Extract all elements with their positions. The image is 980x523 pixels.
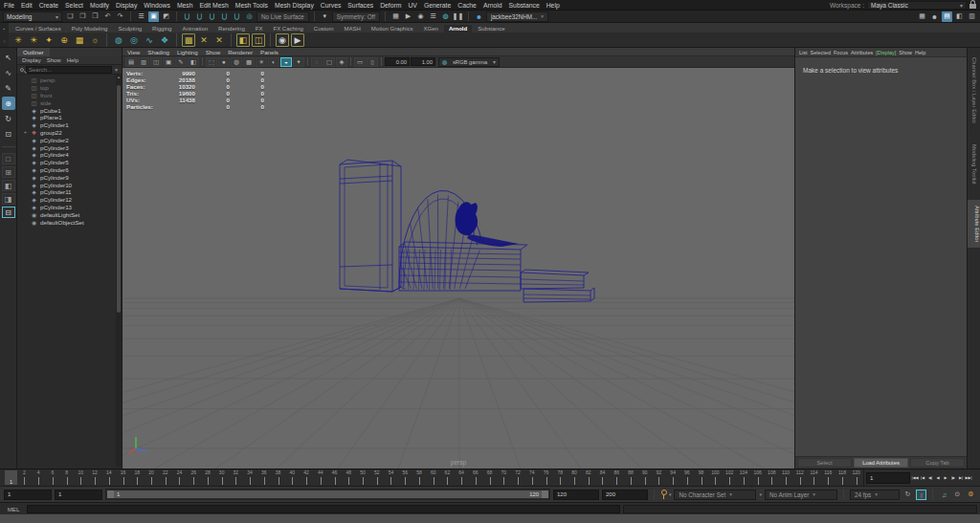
ipr-render-button[interactable]: ◉ bbox=[415, 11, 426, 22]
attribute-editor-menu-item[interactable]: Attributes bbox=[851, 50, 873, 55]
snap-to-projected-center-button[interactable]: ⋃ bbox=[219, 11, 230, 22]
humanik-toggle-icon[interactable]: ☻ bbox=[929, 11, 940, 22]
expand-icon[interactable]: + bbox=[23, 129, 28, 135]
step-back-frame-button[interactable]: ◀| bbox=[926, 472, 934, 484]
snap-to-curve-button[interactable]: ⋃ bbox=[194, 11, 205, 22]
playback-end-field[interactable]: 120 bbox=[553, 490, 599, 500]
snap-to-point-button[interactable]: ⋃ bbox=[207, 11, 217, 22]
save-scene-button[interactable]: ❒ bbox=[90, 11, 100, 22]
ae-load-attributes-button[interactable]: Load Attributes bbox=[854, 458, 908, 468]
frame-tick[interactable]: 66 bbox=[469, 469, 483, 486]
arnold-mesh-light-icon[interactable]: ✦ bbox=[42, 33, 56, 47]
tool-settings-toggle-icon[interactable]: ◧ bbox=[954, 11, 965, 22]
frame-tick[interactable]: 4 bbox=[32, 469, 46, 486]
frame-tick[interactable]: 42 bbox=[300, 469, 314, 486]
outliner-item-front[interactable]: ◫ front bbox=[23, 92, 122, 99]
shelf-tab[interactable]: XGen bbox=[419, 25, 443, 33]
persp-outliner-layout-button[interactable]: ◧ bbox=[2, 180, 15, 191]
step-forward-frame-button[interactable]: |▶ bbox=[949, 472, 957, 484]
redo-button[interactable]: ↷ bbox=[115, 11, 125, 22]
single-pane-layout-button[interactable]: □ bbox=[2, 153, 15, 164]
shelf-tab[interactable]: Substance bbox=[473, 25, 509, 33]
frame-tick[interactable]: 16 bbox=[116, 469, 130, 486]
menu-item[interactable]: File bbox=[4, 2, 14, 9]
viewport-menu-item[interactable]: Renderer bbox=[228, 49, 253, 55]
isolate-select-icon[interactable]: ◌ bbox=[311, 57, 323, 67]
time-slider[interactable]: 1 24681012141618202224262830323436384042… bbox=[0, 469, 980, 486]
attribute-editor-menu-item[interactable]: List bbox=[799, 50, 808, 55]
animation-end-field[interactable]: 200 bbox=[602, 490, 648, 500]
frame-tick[interactable]: 74 bbox=[524, 469, 539, 486]
symmetry-dropdown-icon[interactable]: ▾ bbox=[320, 11, 330, 22]
four-pane-layout-button[interactable]: ⊞ bbox=[2, 166, 15, 178]
outliner-menu-item[interactable]: Help bbox=[67, 57, 78, 63]
set-key-icon[interactable] bbox=[660, 490, 666, 499]
shelf-icon[interactable] bbox=[270, 33, 271, 47]
modeling-toolkit-tab[interactable]: Modeling Toolkit bbox=[971, 139, 977, 189]
scale-tool[interactable]: ⊡ bbox=[2, 127, 15, 141]
arnold-volume-icon[interactable]: ❖ bbox=[158, 33, 171, 47]
viewport-toolbar-icon[interactable] bbox=[381, 57, 382, 66]
current-frame-indicator[interactable]: 1 bbox=[5, 470, 17, 485]
attribute-editor-tab[interactable]: Attribute Editor bbox=[968, 200, 980, 248]
move-tool[interactable]: ⊕ bbox=[2, 97, 15, 110]
view-transform-selector[interactable]: ◍ sRGB gamma ▾ bbox=[438, 57, 500, 67]
frame-tick[interactable]: 62 bbox=[440, 469, 455, 486]
outliner-menu-item[interactable]: Display bbox=[22, 57, 41, 63]
outliner-item-pcylinder10[interactable]: ◈ pCylinder10 bbox=[23, 181, 122, 188]
account-avatar-icon[interactable]: ☻ bbox=[474, 11, 484, 22]
frame-tick[interactable]: 108 bbox=[765, 469, 779, 486]
range-slider-track[interactable]: 1 120 bbox=[105, 489, 550, 500]
arnold-curve-collector-icon[interactable]: ∿ bbox=[143, 33, 156, 47]
arnold-render-icon[interactable]: ▶ bbox=[291, 33, 304, 47]
frame-tick[interactable]: 58 bbox=[412, 469, 427, 486]
menu-item[interactable]: Display bbox=[116, 2, 137, 9]
viewport-menu-item[interactable]: Panels bbox=[260, 49, 278, 55]
shelf-icon[interactable] bbox=[231, 33, 232, 47]
frame-tick[interactable]: 20 bbox=[145, 469, 159, 486]
modeling-toolkit-toggle-icon[interactable]: ▦ bbox=[917, 11, 927, 22]
frame-tick[interactable]: 32 bbox=[229, 469, 243, 486]
shelf-tab[interactable]: Curves / Surfaces bbox=[11, 25, 66, 33]
frame-tick[interactable]: 64 bbox=[455, 469, 469, 486]
outliner-scrollbar[interactable]: ▲ bbox=[116, 75, 122, 467]
exposure-field[interactable]: 0.00 bbox=[385, 57, 410, 66]
menu-item[interactable]: Modify bbox=[90, 2, 109, 9]
play-backwards-button[interactable]: ◀ bbox=[934, 472, 942, 484]
shelf-tab[interactable]: Rigging bbox=[147, 25, 176, 33]
shadows-icon[interactable]: ◐ bbox=[268, 57, 279, 67]
sound-icon[interactable]: ♫ bbox=[939, 490, 949, 500]
frame-tick[interactable]: 120 bbox=[849, 469, 863, 486]
arnold-renderview-button[interactable]: ◍ bbox=[440, 11, 451, 22]
arnold-aov-browser-icon[interactable]: ◫ bbox=[252, 33, 265, 47]
menu-item[interactable]: Help bbox=[546, 2, 560, 9]
arnold-render-view-icon[interactable]: ◉ bbox=[276, 33, 289, 47]
shelf-tab[interactable]: MASH bbox=[340, 25, 366, 33]
range-slider-bar[interactable]: 1 120 bbox=[107, 490, 548, 498]
attribute-editor-menu-item[interactable]: Focus bbox=[834, 50, 848, 55]
frame-tick[interactable]: 72 bbox=[511, 469, 525, 486]
viewport-toolbar-icon[interactable] bbox=[307, 57, 308, 66]
play-forwards-button[interactable]: ▶ bbox=[942, 472, 949, 484]
arnold-standin-icon[interactable]: ◍ bbox=[112, 33, 125, 47]
menu-item[interactable]: UV bbox=[408, 2, 416, 9]
time-snap-icon[interactable]: ⊙ bbox=[952, 490, 963, 500]
outliner-item-pplane1[interactable]: ◈ pPlane1 bbox=[23, 114, 122, 121]
frame-tick[interactable]: 6 bbox=[45, 469, 59, 486]
frame-tick[interactable]: 52 bbox=[369, 469, 384, 486]
toolbar-icon[interactable] bbox=[130, 11, 131, 21]
outliner-item-pcylinder5[interactable]: ◈ pCylinder5 bbox=[23, 159, 122, 166]
new-scene-button[interactable]: ❏ bbox=[65, 11, 76, 22]
frame-tick[interactable]: 56 bbox=[398, 469, 412, 486]
shelf-tab[interactable]: Motion Graphics bbox=[367, 25, 418, 33]
frame-tick[interactable]: 12 bbox=[88, 469, 102, 486]
toolbar-icon[interactable] bbox=[385, 11, 386, 21]
frame-tick[interactable]: 8 bbox=[59, 469, 74, 486]
shelf-tab[interactable]: Arnold bbox=[444, 25, 472, 33]
frame-tick[interactable]: 112 bbox=[792, 469, 807, 486]
frame-tick[interactable]: 2 bbox=[17, 469, 32, 486]
open-scene-button[interactable]: ❐ bbox=[78, 11, 88, 22]
live-surface-selector[interactable]: No Live Surface bbox=[256, 11, 309, 22]
shelf-tab[interactable]: FX Caching bbox=[268, 25, 307, 33]
select-tool[interactable]: ↖ bbox=[2, 51, 15, 64]
